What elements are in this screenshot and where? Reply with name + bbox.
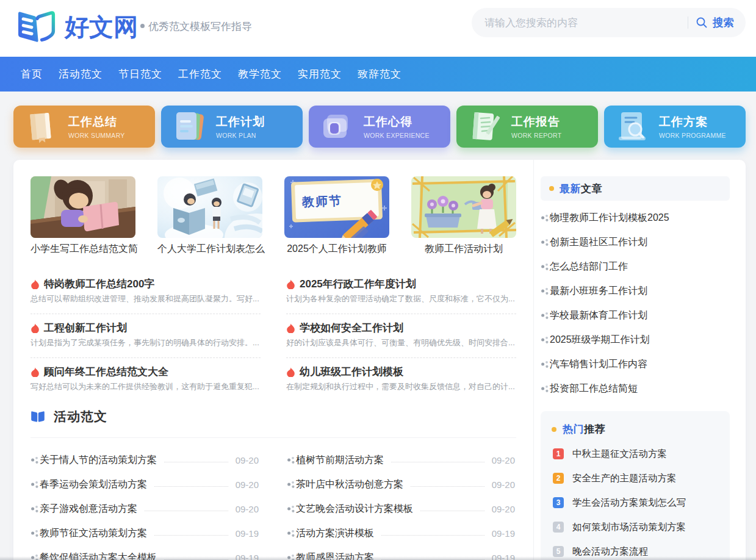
svg-text:教师节: 教师节	[301, 194, 343, 209]
